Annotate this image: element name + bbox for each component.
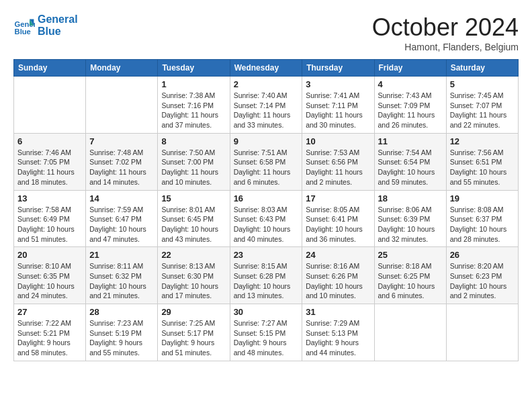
calendar-week-5: 27Sunrise: 7:22 AM Sunset: 5:21 PM Dayli…: [14, 304, 519, 361]
day-number: 16: [234, 193, 299, 203]
day-number: 29: [161, 307, 226, 317]
calendar-table: SundayMondayTuesdayWednesdayThursdayFrid…: [13, 59, 519, 361]
calendar-cell: 5Sunrise: 7:45 AM Sunset: 7:07 PM Daylig…: [446, 77, 518, 134]
calendar-cell: 15Sunrise: 8:01 AM Sunset: 6:45 PM Dayli…: [158, 190, 230, 247]
day-number: 10: [306, 136, 370, 146]
weekday-header-tuesday: Tuesday: [158, 60, 230, 77]
calendar-cell: 28Sunrise: 7:23 AM Sunset: 5:19 PM Dayli…: [86, 304, 158, 361]
day-info: Sunrise: 7:53 AM Sunset: 6:56 PM Dayligh…: [306, 148, 370, 187]
logo-text-blue: Blue: [38, 26, 78, 38]
title-block: October 2024 Hamont, Flanders, Belgium: [372, 13, 519, 52]
calendar-cell: 9Sunrise: 7:51 AM Sunset: 6:58 PM Daylig…: [230, 133, 302, 190]
day-info: Sunrise: 7:40 AM Sunset: 7:14 PM Dayligh…: [234, 91, 299, 130]
calendar-cell: 30Sunrise: 7:27 AM Sunset: 5:15 PM Dayli…: [230, 304, 302, 361]
day-info: Sunrise: 7:27 AM Sunset: 5:15 PM Dayligh…: [234, 318, 299, 358]
day-info: Sunrise: 8:01 AM Sunset: 6:45 PM Dayligh…: [161, 205, 226, 244]
day-number: 20: [17, 250, 82, 260]
day-number: 19: [450, 193, 515, 203]
calendar-week-4: 20Sunrise: 8:10 AM Sunset: 6:35 PM Dayli…: [14, 247, 519, 304]
day-info: Sunrise: 7:43 AM Sunset: 7:09 PM Dayligh…: [378, 91, 443, 130]
calendar-week-2: 6Sunrise: 7:46 AM Sunset: 7:05 PM Daylig…: [14, 133, 519, 190]
day-info: Sunrise: 8:18 AM Sunset: 6:25 PM Dayligh…: [378, 261, 443, 301]
weekday-header-saturday: Saturday: [446, 60, 518, 77]
day-number: 14: [89, 193, 154, 203]
day-number: 12: [450, 136, 515, 146]
day-number: 25: [378, 250, 443, 260]
day-info: Sunrise: 7:56 AM Sunset: 6:51 PM Dayligh…: [450, 148, 515, 187]
day-info: Sunrise: 8:05 AM Sunset: 6:41 PM Dayligh…: [306, 205, 370, 244]
calendar-cell: 21Sunrise: 8:11 AM Sunset: 6:32 PM Dayli…: [86, 247, 158, 304]
day-info: Sunrise: 7:22 AM Sunset: 5:21 PM Dayligh…: [17, 318, 82, 358]
day-number: 3: [306, 79, 370, 89]
day-info: Sunrise: 7:38 AM Sunset: 7:16 PM Dayligh…: [161, 91, 226, 130]
logo: General Blue General Blue: [13, 13, 78, 37]
day-info: Sunrise: 8:13 AM Sunset: 6:30 PM Dayligh…: [161, 261, 226, 301]
day-number: 9: [234, 136, 299, 146]
calendar-cell: [446, 304, 518, 361]
calendar-cell: 19Sunrise: 8:08 AM Sunset: 6:37 PM Dayli…: [446, 190, 518, 247]
day-number: 7: [89, 136, 154, 146]
logo-icon: General Blue: [13, 15, 35, 36]
day-number: 4: [378, 79, 443, 89]
day-info: Sunrise: 8:08 AM Sunset: 6:37 PM Dayligh…: [450, 205, 515, 244]
calendar-cell: [14, 77, 86, 134]
calendar-cell: 1Sunrise: 7:38 AM Sunset: 7:16 PM Daylig…: [158, 77, 230, 134]
day-number: 5: [450, 79, 515, 89]
location: Hamont, Flanders, Belgium: [372, 42, 519, 52]
calendar-cell: 20Sunrise: 8:10 AM Sunset: 6:35 PM Dayli…: [14, 247, 86, 304]
day-number: 17: [306, 193, 370, 203]
day-info: Sunrise: 8:20 AM Sunset: 6:23 PM Dayligh…: [450, 261, 515, 301]
day-info: Sunrise: 8:10 AM Sunset: 6:35 PM Dayligh…: [17, 261, 82, 301]
calendar-cell: 4Sunrise: 7:43 AM Sunset: 7:09 PM Daylig…: [374, 77, 446, 134]
day-info: Sunrise: 7:25 AM Sunset: 5:17 PM Dayligh…: [161, 318, 226, 358]
day-info: Sunrise: 7:41 AM Sunset: 7:11 PM Dayligh…: [306, 91, 370, 130]
calendar-cell: 14Sunrise: 7:59 AM Sunset: 6:47 PM Dayli…: [86, 190, 158, 247]
svg-text:Blue: Blue: [15, 27, 31, 35]
calendar-cell: 24Sunrise: 8:16 AM Sunset: 6:26 PM Dayli…: [302, 247, 374, 304]
day-info: Sunrise: 7:23 AM Sunset: 5:19 PM Dayligh…: [89, 318, 154, 358]
day-info: Sunrise: 7:51 AM Sunset: 6:58 PM Dayligh…: [234, 148, 299, 187]
weekday-header-wednesday: Wednesday: [230, 60, 302, 77]
calendar-cell: 6Sunrise: 7:46 AM Sunset: 7:05 PM Daylig…: [14, 133, 86, 190]
weekday-header-friday: Friday: [374, 60, 446, 77]
day-info: Sunrise: 8:16 AM Sunset: 6:26 PM Dayligh…: [306, 261, 370, 301]
calendar-cell: 2Sunrise: 7:40 AM Sunset: 7:14 PM Daylig…: [230, 77, 302, 134]
calendar-cell: [86, 77, 158, 134]
day-info: Sunrise: 7:46 AM Sunset: 7:05 PM Dayligh…: [17, 148, 82, 187]
day-number: 13: [17, 193, 82, 203]
day-number: 1: [161, 79, 226, 89]
weekday-header-monday: Monday: [86, 60, 158, 77]
calendar-cell: 7Sunrise: 7:48 AM Sunset: 7:02 PM Daylig…: [86, 133, 158, 190]
calendar-cell: 11Sunrise: 7:54 AM Sunset: 6:54 PM Dayli…: [374, 133, 446, 190]
day-info: Sunrise: 7:45 AM Sunset: 7:07 PM Dayligh…: [450, 91, 515, 130]
calendar-cell: 16Sunrise: 8:03 AM Sunset: 6:43 PM Dayli…: [230, 190, 302, 247]
day-info: Sunrise: 7:54 AM Sunset: 6:54 PM Dayligh…: [378, 148, 443, 187]
day-number: 26: [450, 250, 515, 260]
day-info: Sunrise: 8:15 AM Sunset: 6:28 PM Dayligh…: [234, 261, 299, 301]
day-number: 28: [89, 307, 154, 317]
day-number: 27: [17, 307, 82, 317]
day-number: 18: [378, 193, 443, 203]
day-number: 11: [378, 136, 443, 146]
calendar-cell: 29Sunrise: 7:25 AM Sunset: 5:17 PM Dayli…: [158, 304, 230, 361]
calendar-cell: 25Sunrise: 8:18 AM Sunset: 6:25 PM Dayli…: [374, 247, 446, 304]
day-number: 2: [234, 79, 299, 89]
calendar-cell: 3Sunrise: 7:41 AM Sunset: 7:11 PM Daylig…: [302, 77, 374, 134]
calendar-cell: 18Sunrise: 8:06 AM Sunset: 6:39 PM Dayli…: [374, 190, 446, 247]
calendar-cell: 12Sunrise: 7:56 AM Sunset: 6:51 PM Dayli…: [446, 133, 518, 190]
day-info: Sunrise: 7:59 AM Sunset: 6:47 PM Dayligh…: [89, 205, 154, 244]
day-number: 31: [306, 307, 370, 317]
day-number: 21: [89, 250, 154, 260]
calendar-cell: 8Sunrise: 7:50 AM Sunset: 7:00 PM Daylig…: [158, 133, 230, 190]
logo-text-general: General: [38, 13, 78, 26]
weekday-header-thursday: Thursday: [302, 60, 374, 77]
calendar-cell: 17Sunrise: 8:05 AM Sunset: 6:41 PM Dayli…: [302, 190, 374, 247]
calendar-cell: 10Sunrise: 7:53 AM Sunset: 6:56 PM Dayli…: [302, 133, 374, 190]
calendar-week-1: 1Sunrise: 7:38 AM Sunset: 7:16 PM Daylig…: [14, 77, 519, 134]
day-info: Sunrise: 7:29 AM Sunset: 5:13 PM Dayligh…: [306, 318, 370, 358]
weekday-header-row: SundayMondayTuesdayWednesdayThursdayFrid…: [14, 60, 519, 77]
day-info: Sunrise: 7:50 AM Sunset: 7:00 PM Dayligh…: [161, 148, 226, 187]
day-info: Sunrise: 8:06 AM Sunset: 6:39 PM Dayligh…: [378, 205, 443, 244]
day-number: 30: [234, 307, 299, 317]
month-title: October 2024: [372, 13, 519, 42]
